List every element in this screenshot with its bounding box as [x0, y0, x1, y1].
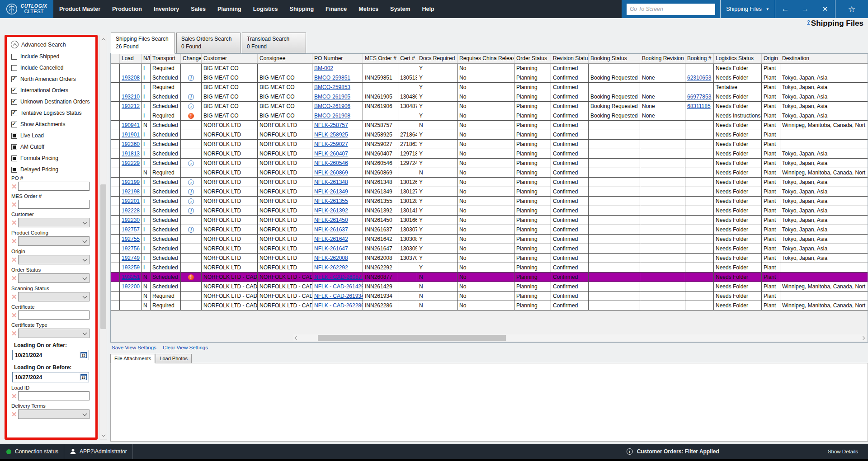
menu-item-system[interactable]: System [384, 0, 416, 18]
link-po[interactable]: NFLK-262008 [314, 255, 348, 261]
scroll-down-arrow-icon[interactable] [100, 432, 107, 439]
menu-item-finance[interactable]: Finance [320, 0, 353, 18]
go-to-screen-input[interactable] [627, 4, 715, 15]
checkbox-north-american-orders[interactable]: North American Orders [11, 76, 95, 82]
clear-filter-icon[interactable]: ✕ [11, 293, 18, 300]
row-selector-cell[interactable] [111, 253, 120, 263]
link-po[interactable]: BMCO-261908 [314, 113, 350, 119]
filter-input[interactable] [18, 200, 90, 209]
filter-dropdown[interactable] [18, 273, 90, 283]
menu-item-inventory[interactable]: Inventory [148, 0, 185, 18]
checkbox-formula-pricing[interactable]: Formula Pricing [11, 155, 95, 161]
checkbox-delayed-pricing[interactable]: Delayed Pricing [11, 166, 95, 173]
clear-filter-icon[interactable]: ✕ [11, 330, 18, 337]
help-link[interactable]: ? [807, 19, 810, 25]
menu-item-production[interactable]: Production [106, 0, 148, 18]
grid-row[interactable]: NRequiredNORFOLK LTD - CADNORFOLK LTD - … [111, 291, 868, 301]
alert-icon[interactable]: ! [188, 274, 194, 280]
checkbox-show-attachments[interactable]: Show Attachments [11, 121, 95, 127]
link-booking_no[interactable]: 68311185 [687, 103, 711, 109]
link-po[interactable]: NFLK-261637 [314, 226, 348, 233]
clear-filter-icon[interactable]: ✕ [11, 201, 18, 208]
menu-item-metrics[interactable]: Metrics [353, 0, 384, 18]
scroll-left-arrow-icon[interactable] [293, 337, 300, 339]
filter-dropdown[interactable] [18, 255, 90, 264]
link-po[interactable]: NFLK-261348 [314, 179, 348, 185]
row-selector-cell[interactable] [111, 111, 120, 120]
row-selector-cell[interactable] [111, 196, 120, 206]
grid-row[interactable]: IRequiredBIG MEAT COBIG MEAT COBMCO-2598… [111, 82, 868, 92]
row-selector-cell[interactable] [111, 187, 120, 196]
filter-dropdown[interactable] [18, 329, 90, 338]
grid-row[interactable]: NRequiredNORFOLK LTDNORFOLK LTDNFLK-2608… [111, 168, 868, 177]
collapse-panel-button[interactable] [11, 41, 19, 48]
grid-row[interactable]: 192229ISchedulediNORFOLK LTDNORFOLK LTDN… [111, 158, 868, 168]
grid-row[interactable]: 190941NScheduledNORFOLK LTDNORFOLK LTDNF… [111, 120, 868, 130]
row-selector-cell[interactable] [111, 301, 120, 310]
link-po[interactable]: NFLK-261355 [314, 198, 348, 204]
column-header-consignee[interactable]: Consignee [258, 54, 312, 63]
info-icon[interactable]: i [188, 94, 194, 100]
row-selector-cell[interactable] [111, 272, 120, 282]
link-po[interactable]: NFLK-261450 [314, 217, 348, 223]
row-selector-cell[interactable] [111, 225, 120, 234]
date-value[interactable]: 10/21/2024 [13, 350, 78, 360]
info-icon[interactable]: i [188, 160, 194, 166]
grid-row[interactable]: 192199ISchedulediNORFOLK LTDNORFOLK LTDN… [111, 177, 868, 187]
calendar-button[interactable]: 15 [78, 372, 89, 382]
checkbox-unknown-destination-orders[interactable]: Unknown Destination Orders [11, 99, 95, 105]
grid-row[interactable]: 192756IScheduledNORFOLK LTDNORFOLK LTDNF… [111, 244, 868, 253]
scroll-up-arrow-icon[interactable] [100, 36, 107, 43]
column-header-revision-status[interactable]: Revision Status [551, 54, 589, 63]
menu-item-logistics[interactable]: Logistics [247, 0, 284, 18]
checkbox-include-cancelled[interactable]: Include Cancelled [11, 65, 95, 71]
column-header-booking-revision[interactable]: Booking Revision [640, 54, 685, 63]
checkbox-live-load[interactable]: Live Load [11, 132, 95, 139]
sidebar-scrollbar[interactable] [99, 35, 107, 440]
link-po[interactable]: NFLK-261647 [314, 245, 348, 252]
column-header-n-i[interactable]: N/I [142, 54, 151, 63]
row-selector-cell[interactable] [111, 206, 120, 215]
grid-row[interactable]: 192230IScheduledNORFOLK LTDNORFOLK LTDNF… [111, 215, 868, 225]
clear-filter-icon[interactable]: ✕ [11, 256, 18, 263]
info-icon[interactable]: i [188, 208, 194, 214]
link-po[interactable]: BMCO-259851 [314, 75, 350, 81]
grid-row[interactable]: 193208ISchedulediBIG MEAT COBIG MEAT COB… [111, 73, 868, 82]
link-load[interactable]: 192201 [122, 198, 140, 204]
date-value[interactable]: 10/27/2024 [13, 372, 78, 382]
info-icon[interactable]: i [188, 198, 194, 204]
column-header-order-status[interactable]: Order Status [514, 54, 551, 63]
link-load[interactable]: 192757 [122, 226, 140, 233]
row-selector-cell[interactable] [111, 168, 120, 177]
checkbox-include-shipped[interactable]: Include Shipped [11, 53, 95, 60]
filter-dropdown[interactable] [18, 292, 90, 301]
grid-scrollbar-thumb[interactable] [318, 335, 506, 341]
grid-row[interactable]: 192200NScheduledNORFOLK LTD - CADNORFOLK… [111, 282, 868, 291]
filter-dropdown[interactable] [18, 409, 90, 419]
link-load[interactable]: 192200 [122, 283, 140, 290]
grid-row[interactable]: 192360IScheduledNORFOLK LTDNORFOLK LTDNF… [111, 139, 868, 149]
checkbox-tentative-logistics-status[interactable]: Tentative Logistics Status [11, 110, 95, 116]
grid-row[interactable]: 193259IScheduledNORFOLK LTDNORFOLK LTDNF… [111, 263, 868, 272]
info-icon[interactable]: i [188, 103, 194, 109]
link-po[interactable]: BMCO-261906 [314, 103, 350, 109]
link-load[interactable]: 193212 [122, 103, 140, 109]
link-load[interactable]: 193208 [122, 75, 140, 81]
link-po[interactable]: NFLK-258757 [314, 122, 348, 128]
row-selector-cell[interactable] [111, 82, 120, 92]
save-view-settings-link[interactable]: Save View Settings [112, 345, 156, 350]
grid-row[interactable]: IRequired!BIG MEAT COBIG MEAT COBMCO-261… [111, 111, 868, 120]
close-screen-button[interactable]: ✕ [815, 5, 835, 13]
checkbox-international-orders[interactable]: International Orders [11, 87, 95, 94]
menu-item-product-master[interactable]: Product Master [53, 0, 106, 18]
grid-row[interactable]: 192228ISchedulediNORFOLK LTDNORFOLK LTDN… [111, 206, 868, 215]
link-po[interactable]: NFLK-261642 [314, 236, 348, 242]
column-header-booking[interactable]: Booking # [685, 54, 714, 63]
row-selector-cell[interactable] [111, 63, 120, 73]
row-selector-cell[interactable] [111, 130, 120, 139]
clear-filter-icon[interactable]: ✕ [11, 275, 18, 282]
menu-item-sales[interactable]: Sales [185, 0, 212, 18]
alert-icon[interactable]: ! [188, 113, 194, 119]
link-load[interactable]: 192756 [122, 245, 140, 252]
link-load[interactable]: 192360 [122, 141, 140, 147]
